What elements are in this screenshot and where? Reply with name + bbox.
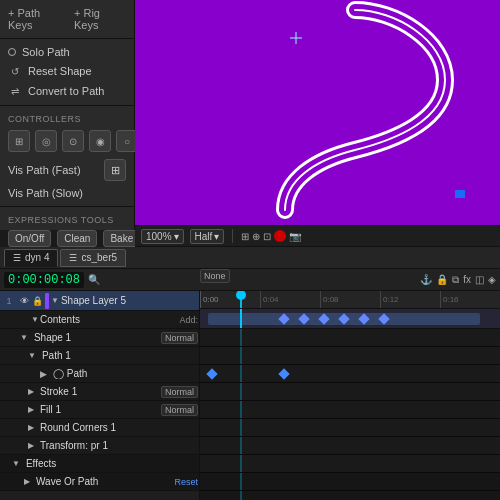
track-o-path [200, 383, 500, 401]
layer-row-round-corners: ▶ Round Corners 1 [0, 419, 199, 437]
controllers-label: CONTROLLERS [0, 110, 134, 126]
track-shape5 [200, 309, 500, 329]
timeline-body: 1 👁 🔒 ▼ Shape Layer 5 ▼ Contents Add: [0, 291, 500, 500]
zoom-chevron: ▾ [174, 231, 179, 242]
vis-path-fast-row: Vis Path (Fast) ⊞ [0, 156, 134, 184]
solo-dot [8, 48, 16, 56]
top-bar: + Path Keys + Rig Keys [0, 4, 134, 34]
toolbar-icons: ⊞ ⊕ ⊡ 📷 [241, 230, 301, 242]
layer-left-shape5: 1 👁 🔒 ▼ Shape Layer 5 [0, 293, 200, 309]
track-shape1 [200, 347, 500, 365]
fx-icon[interactable]: fx [463, 274, 471, 285]
ctrl-btn-4[interactable]: ◉ [89, 130, 111, 152]
ctrl-btn-2[interactable]: ◎ [35, 130, 57, 152]
shape1-triangle[interactable]: ▼ [20, 333, 28, 342]
record-button[interactable] [274, 230, 286, 242]
stroke1-triangle[interactable]: ▶ [28, 387, 34, 396]
contents-triangle[interactable]: ▼ [31, 315, 39, 324]
track-fill1 [200, 419, 500, 437]
layer-name-shape5: Shape Layer 5 [61, 295, 198, 306]
lock-switch[interactable]: 🔒 [31, 295, 43, 307]
add-label: Add: [179, 315, 198, 325]
frame-blend-icon[interactable]: ◈ [488, 274, 496, 285]
onoff-btn[interactable]: On/Off [8, 230, 51, 247]
svg-rect-2 [455, 190, 465, 198]
timeline-tracks: 0:00 0:04 0:08 0:12 0:16 [200, 291, 500, 500]
layer-row-stroke1: ▶ Stroke 1 Normal [0, 383, 199, 401]
expressions-label: EXPRESSIONS TOOLS [0, 211, 134, 227]
transform-triangle[interactable]: ▶ [28, 441, 34, 450]
effects-triangle[interactable]: ▼ [12, 459, 20, 468]
solo-path-item[interactable]: Solo Path [0, 43, 134, 61]
layer-row-fill1: ▶ Fill 1 Normal [0, 401, 199, 419]
rig-keys-btn[interactable]: + Rig Keys [74, 7, 126, 31]
convert-to-path-item[interactable]: ⇌ Convert to Path [0, 81, 134, 101]
tab-cs-ber5-icon: ☰ [69, 253, 77, 263]
track-path1 [200, 365, 500, 383]
zoom-in-icon[interactable]: ⊕ [252, 231, 260, 242]
layer-row-path1: ▼ Path 1 [0, 347, 199, 365]
layer-color-bar [45, 293, 49, 309]
playhead-track1 [240, 309, 242, 328]
path-keys-btn[interactable]: + Path Keys [8, 7, 66, 31]
canvas-toolbar: 100% ▾ Half ▾ ⊞ ⊕ ⊡ 📷 [135, 225, 500, 247]
vis-path-fast-label: Vis Path (Fast) [8, 164, 98, 176]
convert-icon: ⇌ [8, 84, 22, 98]
track-transform [200, 455, 500, 473]
layer-expand-triangle[interactable]: ▼ [51, 296, 59, 305]
track-round-corners [200, 437, 500, 455]
lock-icon[interactable]: 🔒 [436, 274, 448, 285]
track-contents [200, 329, 500, 347]
ctrl-btn-1[interactable]: ⊞ [8, 130, 30, 152]
layer-row-contents: ▼ Contents Add: [0, 311, 199, 329]
eye-switch[interactable]: 👁 [18, 295, 30, 307]
timeline-area: ☰ dyn 4 ☰ cs_ber5 0:00:00:08 🔍 ⚓ 🔒 ⧉ fx … [0, 247, 500, 500]
clean-btn[interactable]: Clean [57, 230, 97, 247]
layer-row-effects: ▼ Effects [0, 455, 199, 473]
reset-shape-item[interactable]: ↺ Reset Shape [0, 61, 134, 81]
layer-row-shape1: ▼ Shape 1 Normal [0, 329, 199, 347]
ctrl-btn-3[interactable]: ⊙ [62, 130, 84, 152]
wave-path-triangle[interactable]: ▶ [24, 477, 30, 486]
search-magnify-icon[interactable]: 🔍 [88, 274, 100, 285]
path-kf-2 [278, 368, 289, 379]
s-curve-svg [135, 0, 500, 230]
round-corners-triangle[interactable]: ▶ [28, 423, 34, 432]
quality-dropdown[interactable]: Half ▾ [190, 229, 225, 244]
controllers-grid: ⊞ ◎ ⊙ ◉ ○ [0, 126, 134, 156]
vis-path-slow-label: Vis Path (Slow) [8, 187, 126, 199]
layer-names-panel: 1 👁 🔒 ▼ Shape Layer 5 ▼ Contents Add: [0, 291, 200, 500]
main-canvas [135, 0, 500, 230]
tab-bar: ☰ dyn 4 ☰ cs_ber5 [0, 247, 500, 269]
left-panel: + Path Keys + Rig Keys Solo Path ↺ Reset… [0, 0, 135, 230]
camera-icon[interactable]: 📷 [289, 231, 301, 242]
track-stroke1 [200, 401, 500, 419]
track-wave-path [200, 491, 500, 500]
o-path-triangle[interactable]: ▶ [40, 369, 47, 379]
path-kf-1 [206, 368, 217, 379]
tab-dyn4-icon: ☰ [13, 253, 21, 263]
canvas-content [135, 0, 500, 230]
layer-row-o-path: ▶ ◯ Path [0, 365, 199, 383]
layer-row-wave-path: ▶ Wave Or Path Reset [0, 473, 199, 491]
reset-btn[interactable]: Reset [174, 477, 198, 487]
tab-cs-ber5[interactable]: ☰ cs_ber5 [60, 249, 126, 267]
quality-chevron: ▾ [214, 231, 219, 242]
path1-triangle[interactable]: ▼ [28, 351, 36, 360]
reset-icon: ↺ [8, 64, 22, 78]
time-display[interactable]: 0:00:00:08 [4, 272, 84, 288]
grid-icon[interactable]: ⊞ [241, 231, 249, 242]
motion-blur-icon[interactable]: ◫ [475, 274, 484, 285]
layers-icon[interactable]: ⧉ [452, 274, 459, 286]
fit-icon[interactable]: ⊡ [263, 231, 271, 242]
tab-dyn4[interactable]: ☰ dyn 4 [4, 249, 58, 267]
vis-path-fast-btn[interactable]: ⊞ [104, 159, 126, 181]
toolbar-sep-1 [232, 229, 233, 243]
layer-switches: 👁 🔒 [18, 295, 43, 307]
layer-row-shape5[interactable]: 1 👁 🔒 ▼ Shape Layer 5 [0, 291, 199, 311]
layer-row-transform: ▶ Transform: pr 1 [0, 437, 199, 455]
zoom-dropdown[interactable]: 100% ▾ [141, 229, 184, 244]
anchor-icon[interactable]: ⚓ [420, 274, 432, 285]
track-effects [200, 473, 500, 491]
fill1-triangle[interactable]: ▶ [28, 405, 34, 414]
